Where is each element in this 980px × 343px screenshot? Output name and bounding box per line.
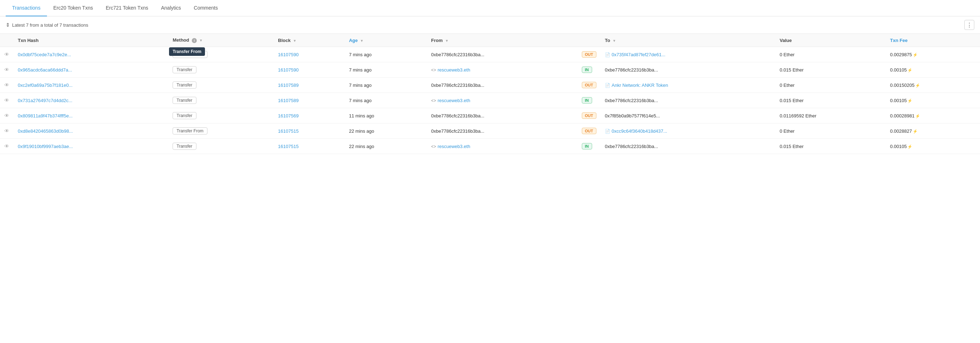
method-badge: Transfer: [173, 143, 196, 150]
age-cell: 11 mins ago: [345, 108, 427, 124]
gas-icon: ⚡: [913, 52, 918, 57]
from-link[interactable]: rescueweb3.eth: [438, 98, 471, 103]
value-cell: 0 Ether: [775, 124, 886, 139]
gas-icon: ⚡: [913, 129, 918, 133]
to-filter-icon[interactable]: ▼: [612, 39, 616, 43]
from-filter-icon[interactable]: ▼: [445, 39, 449, 43]
col-value: Value: [775, 34, 886, 47]
col-txnfee: Txn Fee: [886, 34, 980, 47]
txnfee-value: 0.0029875: [890, 52, 912, 57]
doc-icon: 📄: [605, 52, 610, 57]
table-row: 👁0x965acdc6aca66ddd7a...Transfer16107590…: [0, 62, 980, 78]
direction-badge: OUT: [582, 113, 597, 119]
table-row: 👁0x731a276497c7d4dd2c...Transfer16107589…: [0, 93, 980, 108]
gas-icon: ⚡: [907, 145, 912, 149]
from-link[interactable]: rescueweb3.eth: [438, 67, 471, 73]
gas-icon: ⚡: [915, 83, 920, 87]
gas-icon: ⚡: [907, 98, 912, 103]
age-cell: 7 mins ago: [345, 78, 427, 93]
from-address: 0xbe7786cfc22316b3ba...: [431, 52, 485, 57]
row-view-icon[interactable]: 👁: [4, 143, 9, 149]
method-badge: Transfer: [173, 66, 196, 73]
method-badge: Transfer From: [173, 127, 207, 135]
block-link[interactable]: 16107515: [278, 144, 299, 149]
block-link[interactable]: 16107589: [278, 98, 299, 103]
age-filter-icon[interactable]: ▼: [360, 39, 364, 43]
method-sort-icon[interactable]: ▼: [199, 38, 203, 42]
code-icon: <>: [431, 144, 436, 149]
row-view-icon[interactable]: 👁: [4, 82, 9, 88]
to-link[interactable]: 0xcc9c64f3640b418d437...: [612, 129, 667, 134]
transactions-table: Txn Hash Method i ▼ Transfer From Block …: [0, 33, 980, 154]
to-address: 0x7f85b0a9b7577f614e5...: [605, 113, 660, 119]
value-cell: 0.015 Ether: [775, 62, 886, 78]
block-filter-icon[interactable]: ▼: [293, 39, 296, 43]
row-view-icon[interactable]: 👁: [4, 52, 9, 57]
direction-badge: OUT: [582, 128, 597, 134]
txn-hash-link[interactable]: 0xd8e8420465863d0b98...: [18, 129, 73, 134]
age-cell: 22 mins ago: [345, 139, 427, 154]
txnfee-value: 0.00150205: [890, 83, 915, 88]
txn-hash-link[interactable]: 0x731a276497c7d4dd2c...: [18, 98, 72, 103]
block-link[interactable]: 16107590: [278, 52, 299, 57]
tab-comments[interactable]: Comments: [188, 0, 224, 16]
value-cell: 0 Ether: [775, 47, 886, 62]
value-cell: 0 Ether: [775, 78, 886, 93]
method-info-icon[interactable]: i: [192, 38, 197, 43]
age-cell: 22 mins ago: [345, 124, 427, 139]
tab-analytics[interactable]: Analytics: [155, 0, 188, 16]
table-row: 👁0x809811a9f47b374fff5e...Transfer161075…: [0, 108, 980, 124]
to-link[interactable]: Ankr Network: ANKR Token: [612, 83, 668, 88]
filter-icon: ⇕: [6, 22, 10, 28]
txnfee-value: 0.00105: [890, 98, 907, 103]
age-cell: 7 mins ago: [345, 47, 427, 62]
method-badge: Transfer: [173, 81, 196, 89]
doc-icon: 📄: [605, 129, 610, 134]
block-link[interactable]: 16107569: [278, 113, 299, 119]
doc-icon: 📄: [605, 83, 610, 88]
table-row: 👁0x9f19010bf9997aeb3ae...Transfer1610751…: [0, 139, 980, 154]
method-tooltip: Transfer From: [169, 47, 205, 56]
age-cell: 7 mins ago: [345, 93, 427, 108]
block-link[interactable]: 16107515: [278, 129, 299, 134]
table-row: 👁0xc2ef0a69a75b7f181e0...Transfer1610758…: [0, 78, 980, 93]
to-link[interactable]: 0x735f47ad87fef27de61...: [612, 52, 665, 57]
block-link[interactable]: 16107590: [278, 67, 299, 73]
direction-badge: IN: [582, 67, 592, 73]
from-link[interactable]: rescueweb3.eth: [438, 144, 471, 149]
to-address: 0xbe7786cfc22316b3ba...: [605, 98, 658, 103]
txn-hash-link[interactable]: 0x9f19010bf9997aeb3ae...: [18, 144, 73, 149]
txn-hash-link[interactable]: 0x0dbf75cede7a7c9e2e...: [18, 52, 71, 57]
direction-badge: IN: [582, 97, 592, 103]
direction-badge: OUT: [582, 51, 597, 58]
col-age: Age ▼: [345, 34, 427, 47]
col-dir: [578, 34, 601, 47]
row-view-icon[interactable]: 👁: [4, 97, 9, 103]
txn-hash-link[interactable]: 0x809811a9f47b374fff5e...: [18, 113, 73, 119]
to-address: 0xbe7786cfc22316b3ba...: [605, 144, 658, 149]
tab-erc721[interactable]: Erc721 Token Txns: [99, 0, 154, 16]
row-view-icon[interactable]: 👁: [4, 113, 9, 119]
from-address: 0xbe7786cfc22316b3ba...: [431, 83, 485, 88]
to-address: 0xbe7786cfc22316b3ba...: [605, 67, 658, 73]
value-cell: 0.015 Ether: [775, 93, 886, 108]
from-address: 0xbe7786cfc22316b3ba...: [431, 113, 485, 119]
txnfee-value: 0.00028981: [890, 113, 915, 119]
code-icon: <>: [431, 98, 436, 103]
tab-transactions[interactable]: Transactions: [6, 0, 47, 16]
tab-erc20[interactable]: Erc20 Token Txns: [47, 0, 100, 16]
txn-hash-link[interactable]: 0x965acdc6aca66ddd7a...: [18, 67, 72, 73]
block-link[interactable]: 16107589: [278, 83, 299, 88]
row-view-icon[interactable]: 👁: [4, 128, 9, 134]
col-from: From ▼: [427, 34, 578, 47]
value-cell: 0.015 Ether: [775, 139, 886, 154]
from-address: 0xbe7786cfc22316b3ba...: [431, 129, 485, 134]
method-badge: Transfer: [173, 112, 196, 119]
toolbar: ⇕ Latest 7 from a total of 7 transaction…: [0, 16, 980, 33]
txnfee-value: 0.0028827: [890, 129, 912, 134]
txnfee-value: 0.00105: [890, 144, 907, 149]
direction-badge: IN: [582, 143, 592, 149]
row-view-icon[interactable]: 👁: [4, 67, 9, 73]
more-options-button[interactable]: ⋮: [964, 20, 974, 30]
txn-hash-link[interactable]: 0xc2ef0a69a75b7f181e0...: [18, 83, 73, 88]
